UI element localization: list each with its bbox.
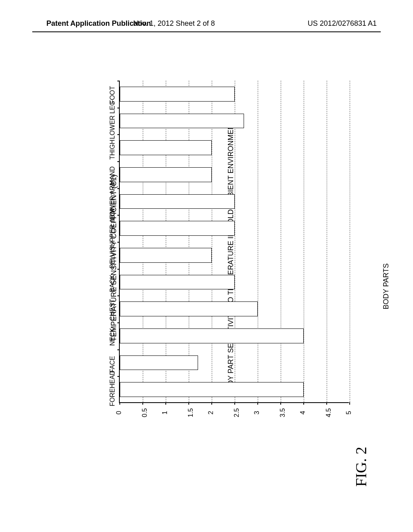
- gridline: [258, 81, 258, 402]
- value-tick: [142, 402, 143, 405]
- header-right: US 2012/0276831 A1: [308, 19, 377, 28]
- category-label: LOWER LEG: [109, 101, 116, 139]
- gridline: [143, 81, 143, 402]
- value-tick-label: 4.5: [325, 408, 332, 417]
- category-label: THIGH: [109, 139, 116, 160]
- category-tick: [117, 134, 120, 135]
- figure-label: FIG. 2: [352, 447, 369, 486]
- value-tick: [165, 402, 166, 405]
- value-tick-label: 2: [207, 411, 215, 415]
- bar: [120, 301, 258, 316]
- gridline: [212, 81, 212, 402]
- gridline: [350, 81, 350, 402]
- bar: [120, 87, 235, 102]
- value-tick: [234, 402, 235, 405]
- category-tick: [117, 188, 120, 189]
- category-label: CHEST: [109, 299, 116, 320]
- value-tick: [119, 402, 120, 405]
- value-tick-label: 2.5: [233, 408, 240, 417]
- bar: [120, 221, 235, 236]
- category-label: FOOT: [109, 86, 116, 104]
- value-tick: [188, 402, 189, 405]
- category-tick: [117, 295, 120, 296]
- bar: [120, 167, 212, 182]
- bar: [120, 328, 304, 343]
- value-tick: [257, 402, 258, 405]
- bar: [120, 194, 235, 209]
- category-label: NECK: [109, 328, 116, 346]
- category-tick: [117, 349, 120, 350]
- value-tick-label: 3: [253, 411, 261, 415]
- value-tick: [349, 402, 350, 405]
- header-rule: [32, 31, 381, 32]
- header-center: Nov. 1, 2012 Sheet 2 of 8: [133, 19, 215, 28]
- category-label: PELVIS: [109, 246, 116, 268]
- gridline: [304, 81, 304, 402]
- category-label: BACK: [109, 274, 116, 292]
- value-tick: [280, 402, 281, 405]
- category-label: LOWER ARM: [109, 180, 116, 220]
- value-tick-label: 1: [161, 411, 169, 415]
- value-tick-label: 0.5: [141, 408, 148, 417]
- category-label: HAND: [109, 166, 116, 185]
- bar: [120, 355, 198, 370]
- category-label: FOREHEAD: [109, 370, 116, 406]
- page-header: Patent Application Publication Nov. 1, 2…: [0, 19, 413, 28]
- gridline: [189, 81, 189, 402]
- value-tick-label: 0: [115, 411, 123, 415]
- category-tick: [117, 376, 120, 377]
- x-axis-label: BODY PARTS: [382, 263, 390, 309]
- value-tick-label: 3.5: [279, 408, 286, 417]
- plot-box: 00.511.522.533.544.55FOREHEADFACENECKCHE…: [119, 81, 349, 403]
- bar: [120, 382, 304, 397]
- value-tick: [211, 402, 212, 405]
- category-tick: [117, 108, 120, 108]
- bar: [120, 140, 212, 155]
- bar: [120, 114, 244, 129]
- bar: [120, 275, 235, 290]
- value-tick: [326, 402, 327, 405]
- value-tick-label: 4: [299, 411, 307, 415]
- bar: [120, 248, 212, 263]
- category-tick: [117, 81, 120, 81]
- gridline: [166, 81, 166, 402]
- value-tick: [303, 402, 304, 405]
- category-tick: [117, 215, 120, 216]
- gridline: [281, 81, 281, 402]
- value-tick-label: 1.5: [187, 408, 194, 417]
- category-tick: [117, 161, 120, 162]
- category-tick: [117, 322, 120, 323]
- gridline: [235, 81, 235, 402]
- figure-area: TEMPERATURE SENSITIVITY COEFFICIENT (C1)…: [46, 73, 357, 443]
- category-tick: [117, 242, 120, 243]
- category-tick: [117, 269, 120, 270]
- category-label: FACE: [109, 356, 116, 373]
- gridline: [327, 81, 327, 402]
- value-tick-label: 5: [345, 411, 353, 415]
